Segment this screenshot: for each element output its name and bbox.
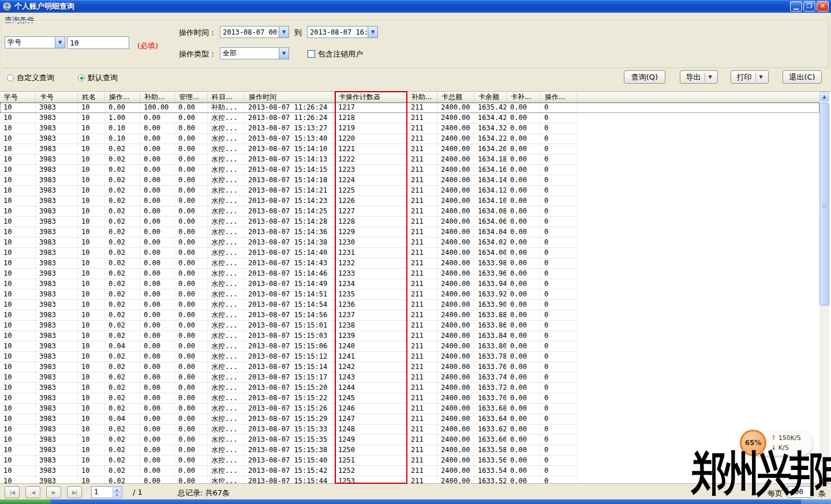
- table-cell: 10: [78, 113, 105, 123]
- first-page-button[interactable]: |◀: [5, 486, 20, 498]
- chevron-down-icon[interactable]: ▼: [279, 48, 289, 59]
- start-button-edge[interactable]: [0, 499, 51, 504]
- column-header[interactable]: 卡操作计数器: [335, 92, 407, 103]
- chevron-down-icon[interactable]: ▼: [708, 74, 712, 80]
- table-row[interactable]: 103983100.020.000.00水控...2013-08-07 15:1…: [0, 227, 819, 238]
- grid-body[interactable]: 103983100.00100.000.00补助...2013-08-07 11…: [0, 103, 819, 484]
- vertical-scrollbar[interactable]: ▲ ▼: [819, 92, 829, 484]
- table-row[interactable]: 103983100.020.000.00水控...2013-08-07 15:1…: [0, 144, 819, 155]
- table-cell: 2013-08-07 15:15:22: [245, 393, 335, 404]
- table-row[interactable]: 103983100.020.000.00水控...2013-08-07 15:1…: [0, 352, 819, 362]
- table-row[interactable]: 103983100.020.000.00水控...2013-08-07 15:1…: [0, 258, 819, 269]
- table-cell: 0: [541, 435, 578, 445]
- table-cell: 1634.02: [474, 238, 507, 248]
- column-header[interactable]: 学号: [0, 92, 36, 103]
- last-page-button[interactable]: ▶|: [67, 486, 82, 498]
- table-row[interactable]: 103983100.020.000.00水控...2013-08-07 15:1…: [0, 393, 819, 404]
- table-row[interactable]: 103983100.020.000.00水控...2013-08-07 15:1…: [0, 165, 819, 175]
- table-row[interactable]: 103983100.020.000.00水控...2013-08-07 15:1…: [0, 362, 819, 373]
- table-cell: 0.00: [175, 341, 208, 352]
- minimize-button[interactable]: ▁: [790, 1, 802, 12]
- custom-query-radio[interactable]: [7, 74, 14, 81]
- chevron-down-icon[interactable]: ▼: [759, 74, 762, 80]
- table-row[interactable]: 103983100.020.000.00水控...2013-08-07 15:1…: [0, 248, 819, 258]
- column-header[interactable]: 卡总额: [437, 92, 474, 103]
- column-header[interactable]: 姓名: [78, 92, 105, 103]
- table-row[interactable]: 103983100.00100.000.00补助...2013-08-07 11…: [0, 103, 819, 113]
- table-cell: 0.02: [105, 466, 140, 476]
- page-spinner[interactable]: ▲ ▼: [113, 487, 121, 497]
- table-cell: 0.00: [140, 113, 175, 123]
- table-row[interactable]: 103983100.020.000.00水控...2013-08-07 15:1…: [0, 424, 819, 435]
- query-button[interactable]: 查询(Q): [624, 70, 665, 84]
- table-cell: 2013-08-07 15:14:23: [245, 196, 335, 206]
- spinner-up-icon[interactable]: ▲: [113, 487, 121, 492]
- print-button[interactable]: 打印 ▼: [731, 70, 769, 84]
- scroll-up-icon[interactable]: ▲: [819, 92, 829, 101]
- exit-button[interactable]: 退出(C): [783, 70, 822, 84]
- table-cell: 0.00: [507, 362, 541, 373]
- include-cancelled-checkbox[interactable]: [308, 50, 315, 58]
- close-button[interactable]: ✕: [817, 1, 829, 12]
- column-header[interactable]: 卡号: [36, 92, 78, 103]
- chevron-down-icon[interactable]: ▼: [279, 27, 289, 37]
- table-cell: 211: [407, 103, 437, 113]
- column-header[interactable]: 卡补...: [507, 92, 541, 103]
- chevron-down-icon[interactable]: ▼: [368, 27, 377, 37]
- table-row[interactable]: 103983100.020.000.00水控...2013-08-07 15:1…: [0, 331, 819, 341]
- type-combobox[interactable]: 全部 ▼: [220, 47, 289, 59]
- export-button[interactable]: 导出 ▼: [680, 70, 718, 84]
- column-header[interactable]: 科目...: [208, 92, 245, 103]
- table-row[interactable]: 103983100.100.000.00水控...2013-08-07 15:1…: [0, 123, 819, 134]
- table-row[interactable]: 103983100.020.000.00水控...2013-08-07 15:1…: [0, 175, 819, 186]
- field-selector-combobox[interactable]: 学号 ▼: [5, 36, 65, 48]
- column-header[interactable]: 补助...: [140, 92, 175, 103]
- table-cell: 0.00: [175, 383, 208, 393]
- field-value-input[interactable]: [67, 36, 129, 49]
- table-row[interactable]: 103983100.100.000.00水控...2013-08-07 15:1…: [0, 134, 819, 144]
- table-row[interactable]: 103983100.020.000.00水控...2013-08-07 15:1…: [0, 321, 819, 331]
- restore-button[interactable]: ❐: [803, 1, 815, 12]
- table-row[interactable]: 103983100.020.000.00水控...2013-08-07 15:1…: [0, 238, 819, 248]
- table-row[interactable]: 103983100.020.000.00水控...2013-08-07 15:1…: [0, 383, 819, 393]
- time-from-combobox[interactable]: 2013-08-07 00:00 ▼: [220, 26, 289, 38]
- table-cell: 0.00: [507, 196, 541, 206]
- table-row[interactable]: 103983100.020.000.00水控...2013-08-07 15:1…: [0, 300, 819, 310]
- table-row[interactable]: 103983100.020.000.00水控...2013-08-07 15:1…: [0, 269, 819, 279]
- custom-query-radio-option[interactable]: 自定义查询: [7, 73, 54, 83]
- table-row[interactable]: 103983100.020.000.00水控...2013-08-07 15:1…: [0, 404, 819, 414]
- table-cell: 0: [541, 103, 578, 113]
- column-header[interactable]: 卡余额: [474, 92, 507, 103]
- table-cell: 10: [78, 103, 105, 113]
- column-header[interactable]: 操作...: [541, 92, 578, 103]
- page-number-input[interactable]: 1 ▲ ▼: [91, 486, 122, 498]
- prev-page-button[interactable]: ◀: [25, 486, 40, 498]
- table-cell: 0.00: [175, 300, 208, 310]
- table-row[interactable]: 103983100.020.000.00水控...2013-08-07 15:1…: [0, 373, 819, 383]
- table-cell: 0.00: [140, 331, 175, 341]
- table-row[interactable]: 103983100.040.000.00水控...2013-08-07 15:1…: [0, 414, 819, 424]
- column-header[interactable]: 操作时间: [245, 92, 335, 103]
- table-row[interactable]: 103983100.020.000.00水控...2013-08-07 15:1…: [0, 186, 819, 196]
- table-row[interactable]: 103983100.040.000.00水控...2013-08-07 15:1…: [0, 341, 819, 352]
- default-query-radio-option[interactable]: 默认查询: [78, 73, 118, 83]
- table-row[interactable]: 103983100.020.000.00水控...2013-08-07 15:1…: [0, 155, 819, 165]
- spinner-down-icon[interactable]: ▼: [113, 492, 121, 498]
- table-row[interactable]: 103983100.020.000.00水控...2013-08-07 15:1…: [0, 289, 819, 300]
- table-row[interactable]: 103983100.020.000.00水控...2013-08-07 15:1…: [0, 196, 819, 206]
- column-header[interactable]: 管理...: [175, 92, 208, 103]
- column-header[interactable]: 操作...: [105, 92, 140, 103]
- table-cell: 0.00: [175, 248, 208, 258]
- table-row[interactable]: 103983100.020.000.00水控...2013-08-07 15:1…: [0, 310, 819, 321]
- table-row[interactable]: 103983100.020.000.00水控...2013-08-07 15:1…: [0, 206, 819, 217]
- table-row[interactable]: 103983100.020.000.00水控...2013-08-07 15:1…: [0, 279, 819, 289]
- scrollbar-thumb[interactable]: [819, 103, 829, 306]
- table-row[interactable]: 103983101.000.000.00水控...2013-08-07 11:2…: [0, 113, 819, 123]
- table-row[interactable]: 103983100.020.000.00水控...2013-08-07 15:1…: [0, 217, 819, 227]
- include-cancelled-option[interactable]: 包含注销用户: [308, 49, 363, 59]
- column-header[interactable]: 补助...: [407, 92, 437, 103]
- chevron-down-icon[interactable]: ▼: [55, 37, 65, 48]
- default-query-radio[interactable]: [78, 74, 85, 81]
- next-page-button[interactable]: ▶: [46, 486, 61, 498]
- time-to-combobox[interactable]: 2013-08-07 16:21 ▼: [307, 26, 378, 38]
